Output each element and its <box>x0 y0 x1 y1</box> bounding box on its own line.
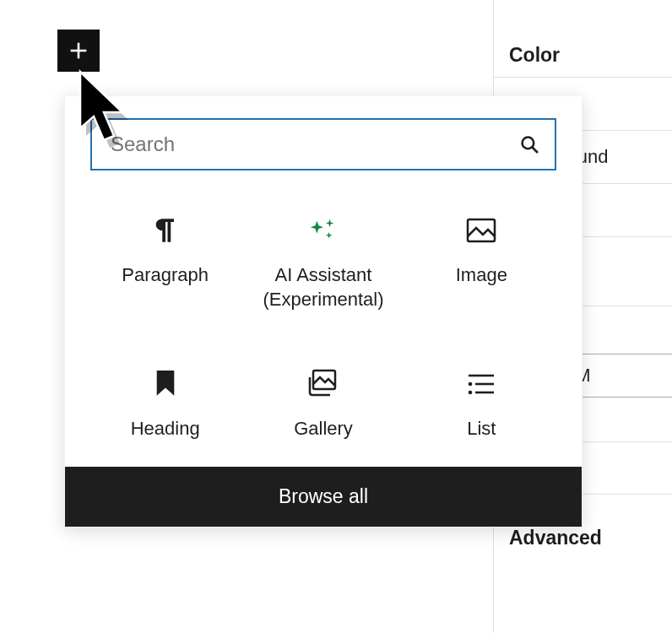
gallery-icon <box>306 366 340 402</box>
svg-point-7 <box>469 382 473 387</box>
search-field[interactable] <box>90 118 556 170</box>
block-label: Gallery <box>294 417 353 441</box>
sidebar-section-color[interactable]: Color <box>494 29 672 77</box>
paragraph-icon <box>153 213 178 248</box>
block-item-list[interactable]: List <box>407 358 556 450</box>
bookmark-icon <box>154 366 176 402</box>
block-label: Heading <box>131 417 200 441</box>
block-item-image[interactable]: Image <box>407 204 556 320</box>
svg-line-3 <box>532 147 537 152</box>
list-icon <box>467 366 496 402</box>
block-label: Image <box>456 263 507 288</box>
sparkles-icon <box>307 213 339 248</box>
browse-all-button[interactable]: Browse all <box>65 467 582 527</box>
block-label: List <box>467 417 496 441</box>
block-label: AI Assistant (Experimental) <box>252 263 393 311</box>
svg-point-9 <box>469 391 473 395</box>
add-block-button[interactable] <box>57 30 100 72</box>
block-grid: Paragraph AI Assistant (Experimental) <box>65 179 582 467</box>
svg-rect-4 <box>468 219 495 241</box>
block-item-gallery[interactable]: Gallery <box>248 358 398 450</box>
block-label: Paragraph <box>122 263 209 288</box>
search-input[interactable] <box>111 133 518 156</box>
plus-icon <box>67 39 90 62</box>
block-item-ai-assistant[interactable]: AI Assistant (Experimental) <box>248 204 398 320</box>
image-icon <box>466 213 496 248</box>
block-item-paragraph[interactable]: Paragraph <box>90 204 240 320</box>
search-icon <box>518 133 541 156</box>
block-item-heading[interactable]: Heading <box>90 358 240 450</box>
block-inserter-popover: Paragraph AI Assistant (Experimental) <box>64 95 583 528</box>
